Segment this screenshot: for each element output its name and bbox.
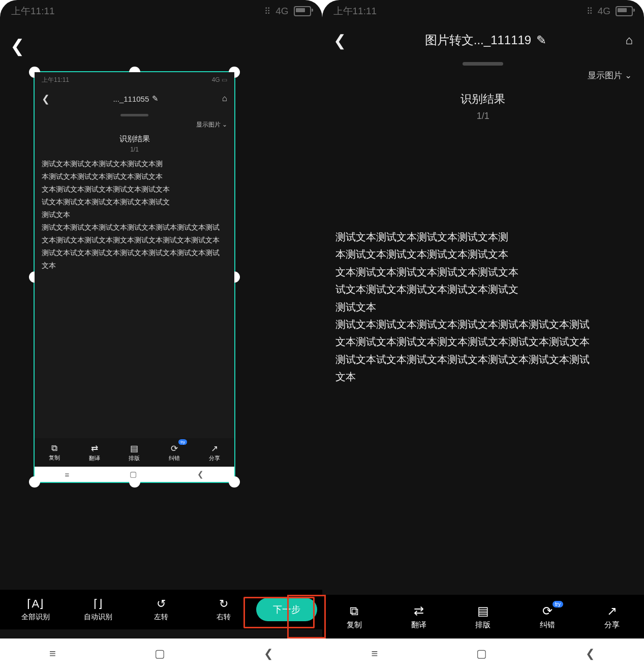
inner-toolbar: ⧉复制 ⇄翻译 ▤排版 ⟳纠错try ↗分享: [35, 438, 234, 467]
inner-drag-handle: [120, 114, 148, 116]
drag-handle[interactable]: [463, 62, 503, 66]
correct-button[interactable]: ⟳纠错try: [540, 604, 555, 630]
translate-icon: ⇄: [414, 604, 424, 618]
system-nav-bar: ≡ ▢ ❮: [322, 638, 645, 669]
page-title: 图片转文..._111119: [425, 32, 531, 48]
inner-result-count: 1/1: [35, 146, 234, 153]
back-nav-icon: ❮: [197, 470, 204, 479]
signal-icon: ⠿: [587, 6, 593, 17]
battery-icon: [616, 6, 633, 16]
recognize-all-button[interactable]: ⌈A⌋全部识别: [4, 597, 67, 622]
try-badge: try: [553, 601, 563, 607]
highlight-copy: [287, 595, 326, 638]
copy-button[interactable]: ⧉复制: [347, 604, 362, 630]
edit-icon: ✎: [152, 94, 159, 103]
rotate-right-icon: ↻: [219, 597, 228, 611]
status-bar: 上午11:11 ⠿ 4G: [0, 0, 322, 22]
inner-status-bar: 上午11:11 4G ▭: [35, 72, 234, 87]
crop-frame[interactable]: 上午11:11 4G ▭ ❮ ..._111055 ✎ ⌂ 显示图片 ⌄ 识别结…: [34, 71, 235, 483]
layout-icon: ▤: [130, 443, 138, 454]
rotate-left-icon: ↺: [157, 597, 166, 611]
inner-result-text: 测试文本测试文本测试文本测试文本测 本测试文本测试文本测试文本测试文本 文本测试…: [35, 158, 234, 272]
menu-icon[interactable]: ≡: [371, 647, 378, 660]
crop-preview: 上午11:11 4G ▭ ❮ ..._111055 ✎ ⌂ 显示图片 ⌄ 识别结…: [35, 72, 234, 482]
network-label: 4G: [275, 6, 288, 17]
inner-title: ..._111055: [113, 95, 149, 103]
share-icon: ↗: [211, 443, 218, 454]
network-label: 4G: [598, 6, 610, 17]
back-button[interactable]: ❮: [333, 32, 346, 49]
back-nav-icon[interactable]: ❮: [586, 647, 595, 660]
auto-icon: ⌈⌋: [94, 597, 103, 611]
system-nav-bar: ≡ ▢ ❮: [0, 638, 322, 669]
layout-icon: ▤: [477, 604, 489, 618]
result-count: 1/1: [322, 111, 645, 121]
left-phone-screen: 上午11:11 ⠿ 4G ❮ 上午11:11 4G ▭: [0, 0, 322, 669]
inner-time: 上午11:11: [42, 76, 69, 84]
menu-icon: ≡: [65, 470, 70, 479]
battery-icon: [294, 6, 311, 16]
back-nav-icon[interactable]: ❮: [264, 647, 273, 660]
back-button[interactable]: ❮: [10, 36, 24, 56]
result-title: 识别结果: [322, 92, 645, 107]
inner-sys-nav: ≡ ▢ ❮: [35, 467, 234, 482]
signal-icon: ⠿: [264, 6, 270, 17]
home-button[interactable]: ⌂: [626, 33, 633, 47]
recognize-all-icon: ⌈A⌋: [27, 597, 44, 611]
try-badge: try: [178, 439, 187, 445]
inner-net: 4G: [212, 76, 220, 83]
translate-icon: ⇄: [91, 443, 98, 454]
auto-recognize-button[interactable]: ⌈⌋自动识别: [67, 597, 130, 622]
copy-icon: ⧉: [51, 443, 57, 453]
layout-button[interactable]: ▤排版: [475, 604, 490, 630]
result-text[interactable]: 测试文本测试文本测试文本测试文本测 本测试文本测试文本测试文本测试文本 文本测试…: [322, 228, 645, 386]
right-toolbar: ⧉复制 ⇄翻译 ▤排版 ⟳纠错try ↗分享: [322, 595, 645, 638]
show-image-toggle: 显示图片: [196, 121, 221, 128]
status-time: 上午11:11: [333, 5, 377, 18]
home-btn-icon[interactable]: ▢: [476, 647, 487, 660]
inner-back-icon: ❮: [42, 93, 50, 105]
correct-icon: ⟳: [171, 443, 178, 454]
home-btn-icon[interactable]: ▢: [155, 647, 165, 660]
right-phone-screen: 上午11:11 ⠿ 4G ❮ 图片转文..._111119 ✎ ⌂ 显示图片 ⌄…: [322, 0, 645, 669]
correct-icon: ⟳: [542, 604, 553, 618]
show-image-toggle[interactable]: 显示图片: [588, 71, 622, 80]
home-icon: ⌂: [222, 94, 227, 104]
share-icon: ↗: [607, 604, 617, 618]
menu-icon[interactable]: ≡: [49, 647, 56, 660]
translate-button[interactable]: ⇄翻译: [411, 604, 426, 630]
inner-result-title: 识别结果: [35, 134, 234, 144]
status-time: 上午11:11: [11, 5, 55, 18]
copy-icon: ⧉: [350, 604, 358, 618]
edit-title-button[interactable]: ✎: [536, 33, 546, 47]
rotate-left-button[interactable]: ↺左转: [130, 597, 193, 622]
home-btn-icon: ▢: [130, 470, 137, 479]
status-bar: 上午11:11 ⠿ 4G: [322, 0, 645, 22]
share-button[interactable]: ↗分享: [604, 604, 620, 630]
